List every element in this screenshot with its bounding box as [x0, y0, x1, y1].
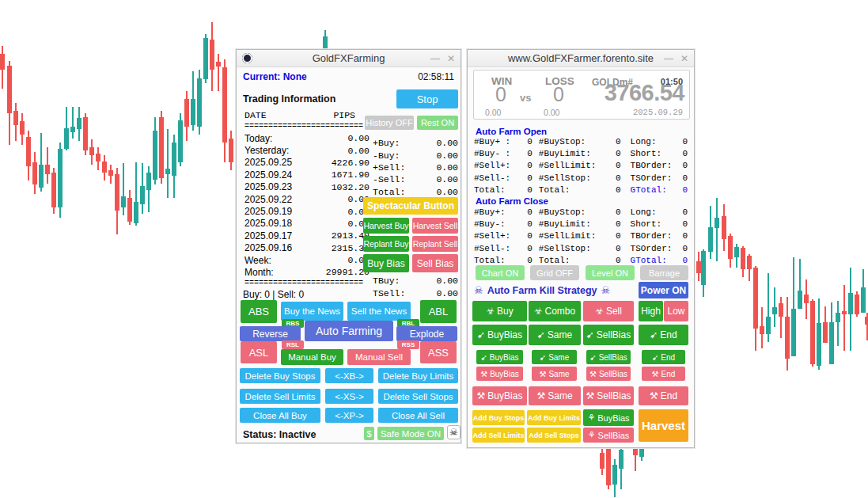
rocket-sellbias-button[interactable]: ➹SellBias	[583, 325, 634, 345]
stats-cell: #Sell-:	[474, 244, 521, 253]
high-button[interactable]: High	[639, 301, 663, 321]
candle-body	[861, 287, 866, 313]
xs-button[interactable]: <-XS->	[325, 389, 373, 404]
rocket-buybias-small-button[interactable]: ➹BuyBias	[476, 350, 523, 364]
totals-row-label: Total:	[373, 187, 405, 197]
totals-row-value: 0.00	[436, 187, 458, 197]
buy-the-news-button[interactable]: Buy the News	[281, 302, 343, 321]
minimize-icon[interactable]: —	[664, 53, 673, 64]
sell-button[interactable]: ☣Sell	[583, 301, 634, 321]
close-all-buy-button[interactable]: Close All Buy	[240, 408, 320, 423]
hammer-buybias-small-button[interactable]: ⚒BuyBias	[476, 367, 523, 381]
skull-button[interactable]: ☠	[447, 425, 461, 439]
buy-bias-button[interactable]: Buy Bias	[363, 254, 409, 272]
totals-row: +Sell:0.00	[373, 162, 458, 173]
stats-cell: 0	[521, 149, 533, 158]
history-toggle-button[interactable]: History OFF	[365, 116, 414, 130]
harvest-sell-button[interactable]: Harvest Sell	[412, 218, 458, 234]
plant-buybias-button[interactable]: ⚘BuyBias	[583, 409, 634, 426]
rocket-end-small-button[interactable]: ➹End	[642, 350, 685, 364]
hammer-sellbias-button[interactable]: ⚒SellBias	[583, 386, 634, 405]
buy-button[interactable]: ☣Buy	[472, 301, 527, 321]
sell-bias-button[interactable]: Sell Bias	[412, 254, 458, 272]
vs-label: vs	[520, 92, 531, 104]
add-buy-stops-button[interactable]: Add Buy Stops	[472, 410, 525, 425]
close-icon[interactable]: ✕	[447, 53, 455, 64]
stats-cell: Total:	[533, 256, 610, 265]
candle-body	[619, 450, 624, 469]
minimize-icon[interactable]: —	[430, 53, 440, 64]
candle-body	[728, 236, 733, 259]
delete-buy-limits-button[interactable]: Delete Buy Limits	[378, 368, 458, 383]
candle-body	[848, 293, 853, 314]
hammer-same-small-button[interactable]: ⚒Same	[532, 367, 577, 381]
delete-buy-stops-button[interactable]: Delete Buy Stops	[240, 368, 320, 383]
close-all-sell-button[interactable]: Close All Sell	[378, 408, 458, 423]
chart-toggle-button[interactable]: Chart ON	[476, 265, 525, 280]
delete-sell-limits-button[interactable]: Delete Sell Limits	[240, 389, 320, 404]
hammer-same-button[interactable]: ⚒Same	[529, 386, 581, 405]
replant-sell-button[interactable]: Replant Sell	[412, 236, 458, 252]
sell-the-news-button[interactable]: Sell the News	[347, 302, 411, 321]
stats-cell: #SellLimit:	[533, 231, 610, 241]
stop-button[interactable]: Stop	[396, 89, 458, 108]
rocket-buybias-button[interactable]: ➹BuyBias	[472, 325, 527, 345]
harvest-button[interactable]: Harvest	[639, 409, 688, 442]
stats-cell: 0	[521, 161, 533, 170]
kill-strategy-row: ☠ Auto Farm Kill Strategy ☠	[474, 284, 610, 296]
auto-farming-button[interactable]: Auto Farming	[305, 321, 393, 341]
spectacular-button[interactable]: Spectacular Button	[363, 197, 458, 215]
candle-body	[165, 169, 170, 174]
add-buy-limits-button[interactable]: Add Buy Limits	[527, 410, 581, 425]
ass-button[interactable]: ASS	[420, 341, 457, 363]
abs-button[interactable]: ABS	[241, 300, 277, 323]
xb-button[interactable]: <-XB->	[325, 368, 373, 383]
rocket-same-button[interactable]: ➹Same	[529, 325, 581, 345]
candle-body	[798, 291, 802, 309]
explode-button[interactable]: Explode	[396, 326, 457, 341]
rss-button[interactable]: RSS	[397, 340, 419, 349]
close-icon[interactable]: ✕	[680, 53, 688, 64]
add-sell-limits-button[interactable]: Add Sell Limits	[472, 428, 525, 443]
level-toggle-button[interactable]: Level ON	[586, 265, 635, 280]
pips-row-label: 2025.09.16	[244, 242, 292, 253]
replant-buy-button[interactable]: Replant Buy	[363, 236, 409, 252]
plant-sellbias-button[interactable]: ⚘SellBias	[583, 428, 634, 443]
abl-button[interactable]: ABL	[420, 300, 457, 323]
combo-button[interactable]: ☣Combo	[529, 301, 581, 321]
low-button[interactable]: Low	[664, 301, 688, 321]
grid-toggle-button[interactable]: Grid OFF	[530, 265, 579, 280]
right-panel-titlebar[interactable]: www.GoldFXFarmer.forento.site — ✕	[468, 50, 694, 67]
delete-sell-stops-button[interactable]: Delete Sell Stops	[378, 389, 458, 404]
hammer-end-button[interactable]: ⚒End	[639, 386, 688, 405]
hammer-sellbias-small-button[interactable]: ⚒SellBias	[586, 367, 631, 381]
current-price: 3766.54	[605, 80, 684, 106]
totals-row-value: 0.00	[436, 162, 458, 173]
left-panel-title: GoldFXFarming	[313, 52, 385, 64]
add-sell-stops-button[interactable]: Add Sell Stops	[527, 428, 581, 443]
hammer-end-small-button[interactable]: ⚒End	[642, 367, 685, 381]
reverse-button[interactable]: Reverse	[240, 326, 301, 341]
stats-cell: #Buy- :	[474, 149, 521, 158]
manual-buy-button[interactable]: Manual Buy	[281, 349, 343, 365]
rocket-sellbias-small-button[interactable]: ➹SellBias	[586, 350, 631, 364]
dollar-button[interactable]: $	[364, 427, 374, 440]
stats-cell: 0	[682, 185, 689, 195]
rsl-button[interactable]: RSL	[282, 340, 304, 349]
candle-body	[64, 128, 69, 149]
candle-body	[20, 121, 25, 135]
power-button[interactable]: Power ON	[639, 282, 688, 298]
xp-button[interactable]: <-XP->	[325, 408, 373, 423]
stats-cell: 0	[610, 149, 621, 158]
manual-sell-button[interactable]: Manual Sell	[347, 349, 411, 365]
safe-mode-button[interactable]: Safe Mode ON	[377, 427, 444, 440]
harvest-buy-button[interactable]: Harvest Buy	[363, 218, 409, 234]
hammer-buybias-button[interactable]: ⚒BuyBias	[472, 386, 527, 405]
rest-toggle-button[interactable]: Rest ON	[417, 116, 458, 130]
barrage-button[interactable]: Barrage	[640, 265, 688, 280]
asl-button[interactable]: ASL	[241, 341, 277, 363]
rocket-same-small-button[interactable]: ➹Same	[532, 350, 577, 364]
left-panel-titlebar[interactable]: GoldFXFarming — ✕	[237, 50, 461, 67]
candle-body	[747, 256, 752, 269]
rocket-end-button[interactable]: ➹End	[639, 325, 688, 345]
